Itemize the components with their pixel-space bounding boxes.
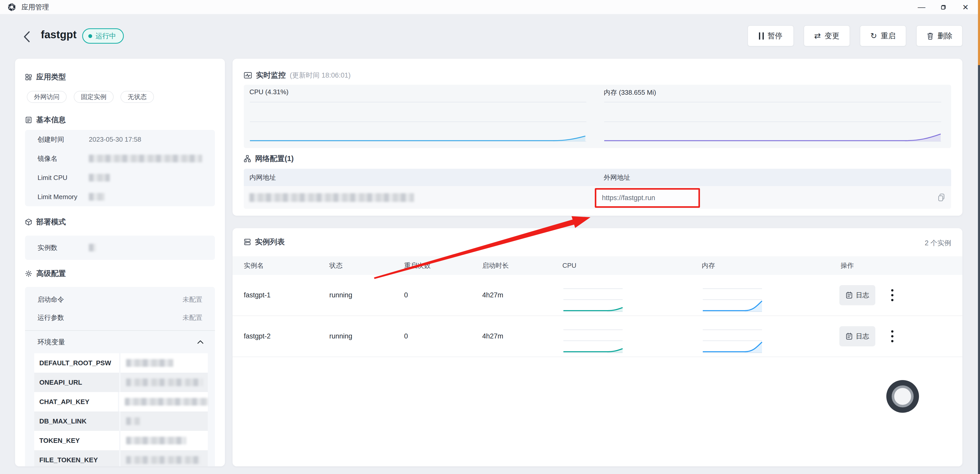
cpu-sparkline — [562, 286, 624, 315]
env-row: FILE_TOKEN_KEY — [34, 450, 208, 466]
app-logo-icon — [8, 3, 16, 11]
cpu-line-chart — [250, 85, 590, 148]
window-title: 应用管理 — [21, 3, 49, 12]
env-row: TOKEN_KEY — [34, 431, 208, 450]
env-row: ONEAPI_URL — [34, 373, 208, 392]
instance-status: running — [329, 275, 352, 315]
info-row-created: 创建时间 2023-05-30 17:58 — [38, 130, 202, 149]
instance-restarts: 0 — [404, 316, 408, 356]
cpu-chart: CPU (4.31%) — [250, 85, 590, 148]
col-internal-address: 内网地址 — [250, 169, 276, 186]
instance-restarts: 0 — [404, 275, 408, 315]
network-icon — [244, 155, 251, 162]
pause-button[interactable]: 暂停 — [748, 25, 794, 46]
cpu-sparkline — [562, 327, 624, 356]
network-table-header: 内网地址 外网地址 — [244, 169, 951, 186]
monitor-card: 实时监控 (更新时间 18:06:01) CPU (4.31%) — [232, 59, 963, 216]
info-row-limit-cpu: Limit CPU — [38, 168, 202, 187]
redacted-value — [126, 379, 203, 386]
col-instance-name: 实例名 — [244, 256, 264, 275]
delete-button[interactable]: 删除 — [916, 25, 963, 46]
more-actions-kebab-icon[interactable] — [885, 326, 900, 347]
col-uptime: 启动时长 — [482, 256, 509, 275]
col-status: 状态 — [329, 256, 342, 275]
env-row: CHAT_API_KEY — [34, 392, 208, 412]
copy-icon[interactable] — [937, 193, 946, 203]
server-list-icon — [244, 238, 251, 246]
col-external-address: 外网地址 — [604, 169, 630, 186]
redacted-value — [126, 359, 173, 367]
pause-icon — [759, 32, 764, 40]
instance-row: fastgpt-2 running 0 4h27m — [232, 316, 963, 356]
section-instance-list: 实例列表 — [244, 237, 285, 247]
tag-stateless: 无状态 — [121, 91, 154, 103]
close-icon[interactable]: ✕ — [955, 0, 977, 14]
monitor-chart-panel: CPU (4.31%) 内存 (338.655 Mi) — [244, 85, 951, 148]
redacted-value — [89, 244, 96, 251]
swap-arrows-icon: ⇄ — [815, 32, 821, 40]
info-row-start-command: 启动命令 未配置 — [38, 290, 202, 309]
log-button[interactable]: 日志 — [839, 285, 875, 305]
restart-icon: ↻ — [870, 32, 877, 40]
env-vars-header[interactable]: 环境变量 — [38, 334, 204, 350]
redacted-value — [126, 437, 186, 444]
divider — [25, 330, 215, 331]
restart-button[interactable]: ↻ 重启 — [860, 25, 906, 46]
change-button[interactable]: ⇄ 变更 — [803, 25, 850, 46]
divider — [232, 356, 963, 357]
log-button[interactable]: 日志 — [839, 326, 875, 347]
cube-icon — [25, 218, 32, 226]
external-url-annotated: https://fastgpt.run — [595, 188, 700, 208]
grid-icon — [25, 73, 32, 81]
document-icon — [25, 116, 32, 124]
instance-name: fastgpt-2 — [244, 316, 270, 356]
info-row-instance-count: 实例数 — [38, 238, 202, 257]
col-memory: 内存 — [702, 256, 715, 275]
basic-info-panel: 创建时间 2023-05-30 17:58 镜像名 Limit CPU Limi… — [25, 130, 215, 206]
env-row: DB_MAX_LINK — [34, 412, 208, 431]
redacted-value — [125, 398, 208, 406]
section-advanced-config: 高级配置 — [25, 269, 66, 279]
instance-row: fastgpt-1 running 0 4h27m — [232, 275, 963, 315]
chevron-up-icon — [197, 340, 204, 344]
back-button[interactable] — [22, 30, 35, 44]
tag-external-access: 外网访问 — [27, 91, 67, 103]
advanced-config-panel: 启动命令 未配置 运行参数 未配置 环境变量 DEFAULT_ROOT_PSW — [25, 287, 215, 466]
redacted-value — [126, 417, 140, 425]
memory-sparkline — [702, 286, 763, 315]
tag-fixed-instance: 固定实例 — [74, 91, 114, 103]
status-badge: 运行中 — [82, 28, 124, 44]
trash-icon — [927, 32, 934, 40]
instance-uptime: 4h27m — [482, 316, 503, 356]
cursor-ring — [886, 380, 919, 413]
col-cpu: CPU — [562, 256, 576, 275]
more-actions-kebab-icon[interactable] — [885, 285, 900, 305]
cpu-chart-label: CPU (4.31%) — [250, 88, 288, 96]
status-dot-icon — [88, 34, 92, 38]
redacted-internal-address — [250, 193, 414, 202]
section-network-config: 网络配置(1) — [244, 154, 294, 164]
redacted-value — [89, 174, 110, 181]
sidebar-card: 应用类型 外网访问 固定实例 无状态 基本信息 创建时间 2023-05-30 … — [15, 59, 225, 466]
info-row-limit-memory: Limit Memory — [38, 187, 202, 206]
minimize-icon[interactable]: — — [910, 0, 932, 14]
info-row-image: 镜像名 — [38, 149, 202, 168]
log-icon — [846, 291, 853, 299]
redacted-value — [126, 456, 200, 464]
instance-table-header: 实例名 状态 重启次数 启动时长 CPU 内存 操作 — [232, 256, 963, 275]
gear-icon — [25, 270, 32, 277]
maximize-icon[interactable] — [932, 0, 955, 14]
titlebar: 应用管理 — ✕ — [0, 0, 980, 14]
redacted-value — [89, 193, 105, 200]
instance-count: 2 个实例 — [924, 239, 951, 248]
memory-sparkline — [702, 327, 763, 356]
external-url: https://fastgpt.run — [602, 194, 655, 202]
memory-chart-label: 内存 (338.655 Mi) — [604, 88, 656, 97]
instance-uptime: 4h27m — [482, 275, 503, 315]
section-deploy-mode: 部署模式 — [25, 217, 66, 227]
instance-status: running — [329, 316, 352, 356]
memory-chart: 内存 (338.655 Mi) — [604, 85, 945, 148]
env-vars-table: DEFAULT_ROOT_PSW ONEAPI_URL CHAT_API_KEY… — [34, 353, 208, 466]
pulse-chart-icon — [244, 72, 252, 79]
info-row-run-params: 运行参数 未配置 — [38, 308, 202, 327]
